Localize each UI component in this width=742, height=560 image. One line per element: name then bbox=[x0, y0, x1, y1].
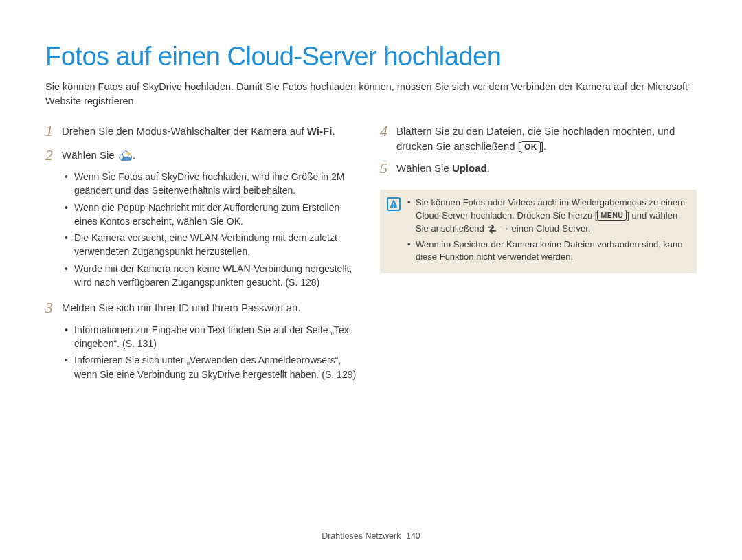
step5-pre: Wählen Sie bbox=[396, 162, 452, 174]
note-item: Sie können Fotos oder Videos auch im Wie… bbox=[407, 197, 687, 236]
left-column: 1 Drehen Sie den Modus-Wählschalter der … bbox=[45, 122, 362, 391]
note-text: → einen Cloud-Server. bbox=[497, 223, 590, 234]
note-bullet-list: Sie können Fotos oder Videos auch im Wie… bbox=[407, 197, 687, 267]
step5-bold: Upload bbox=[452, 162, 487, 174]
bullet-item: Wurde mit der Kamera noch keine WLAN-Ver… bbox=[65, 262, 362, 290]
step-number: 2 bbox=[45, 146, 62, 164]
menu-button-icon: MENU bbox=[597, 210, 627, 221]
step2-post: . bbox=[133, 149, 135, 161]
intro-paragraph: Sie können Fotos auf SkyDrive hochladen.… bbox=[45, 80, 697, 109]
step-number: 4 bbox=[380, 122, 396, 154]
document-page: Fotos auf einen Cloud-Server hochladen S… bbox=[0, 0, 742, 560]
step-1: 1 Drehen Sie den Modus-Wählschalter der … bbox=[45, 122, 362, 140]
step-text: Wählen Sie . bbox=[62, 146, 135, 164]
page-number: 140 bbox=[406, 530, 420, 542]
bullet-text: Wurde mit der Kamera noch keine WLAN-Ver… bbox=[74, 263, 352, 288]
step1-post: . bbox=[332, 125, 335, 137]
step2-pre: Wählen Sie bbox=[62, 149, 117, 161]
step-text: Blättern Sie zu den Dateien, die Sie hoc… bbox=[396, 122, 697, 154]
step-3: 3 Melden Sie sich mir Ihrer ID und Ihrem… bbox=[45, 299, 362, 317]
bullet-text: Wenn Sie Fotos auf SkyDrive hochladen, w… bbox=[74, 171, 344, 196]
step3-bullet-list: Informationen zur Eingabe von Text finde… bbox=[65, 323, 362, 381]
step-text: Drehen Sie den Modus-Wählschalter der Ka… bbox=[62, 122, 335, 140]
cloud-icon bbox=[117, 150, 133, 161]
bullet-item: Wenn die Popup-Nachricht mit der Aufford… bbox=[65, 201, 362, 229]
info-note-box: Sie können Fotos oder Videos auch im Wie… bbox=[380, 190, 697, 273]
bullet-text: Die Kamera versucht, eine WLAN-Verbindun… bbox=[74, 232, 337, 257]
step-text: Melden Sie sich mir Ihrer ID und Ihrem P… bbox=[62, 299, 301, 317]
bullet-item: Wenn Sie Fotos auf SkyDrive hochladen, w… bbox=[65, 170, 362, 198]
step5-post: . bbox=[487, 162, 490, 174]
ok-button-icon: OK bbox=[521, 141, 541, 153]
note-icon bbox=[387, 197, 401, 211]
bullet-item: Informationen zur Eingabe von Text finde… bbox=[65, 323, 362, 351]
share-icon bbox=[486, 225, 497, 234]
page-title: Fotos auf einen Cloud-Server hochladen bbox=[45, 38, 697, 76]
step1-pre: Drehen Sie den Modus-Wählschalter der Ka… bbox=[62, 125, 307, 137]
step-text: Wählen Sie Upload. bbox=[396, 159, 490, 177]
step4-post: ]. bbox=[541, 140, 546, 152]
note-item: Wenn im Speicher der Kamera keine Dateie… bbox=[407, 238, 687, 265]
page-footer: Drahtloses Netzwerk 140 bbox=[0, 530, 742, 542]
step1-bold: Wi-Fi bbox=[307, 125, 333, 137]
two-column-layout: 1 Drehen Sie den Modus-Wählschalter der … bbox=[45, 122, 697, 391]
right-column: 4 Blättern Sie zu den Dateien, die Sie h… bbox=[380, 122, 697, 391]
step-number: 1 bbox=[45, 122, 62, 140]
bullet-item: Informieren Sie sich unter „Verwenden de… bbox=[65, 353, 362, 381]
bullet-text: Informationen zur Eingabe von Text finde… bbox=[74, 324, 352, 349]
step2-bullet-list: Wenn Sie Fotos auf SkyDrive hochladen, w… bbox=[65, 170, 362, 289]
footer-section: Drahtloses Netzwerk bbox=[322, 531, 401, 541]
step-5: 5 Wählen Sie Upload. bbox=[380, 159, 697, 177]
step-4: 4 Blättern Sie zu den Dateien, die Sie h… bbox=[380, 122, 697, 154]
bullet-text: Informieren Sie sich unter „Verwenden de… bbox=[74, 355, 356, 379]
step-number: 5 bbox=[380, 159, 396, 177]
step-2: 2 Wählen Sie . bbox=[45, 146, 362, 164]
svg-point-3 bbox=[127, 152, 130, 155]
step-number: 3 bbox=[45, 299, 62, 317]
bullet-item: Die Kamera versucht, eine WLAN-Verbindun… bbox=[65, 231, 362, 259]
